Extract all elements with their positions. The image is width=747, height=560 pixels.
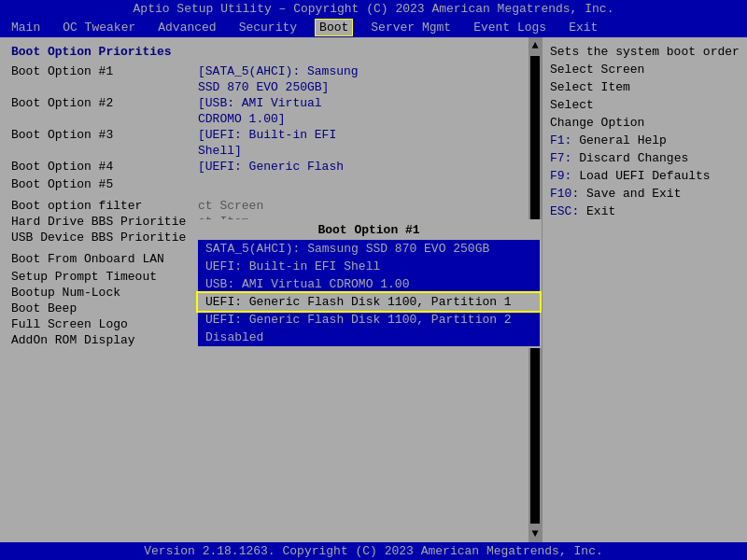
boot-row: Shell] (11, 144, 517, 158)
dropdown-item[interactable]: UEFI: Generic Flash Disk 1100, Partition… (198, 293, 540, 311)
boot-row: Boot Option #2[USB: AMI Virtual (11, 96, 517, 110)
menu-item-security[interactable]: Security (235, 20, 301, 35)
right-panel: Sets the system boot order Select Screen… (542, 37, 747, 542)
menu-item-main[interactable]: Main (7, 20, 44, 35)
dropdown-items: SATA_5(AHCI): Samsung SSD 870 EVO 250GBU… (198, 240, 540, 346)
key-help: Select Screen (550, 63, 740, 77)
dropdown-item[interactable]: Disabled (198, 329, 540, 346)
menu-item-server-mgmt[interactable]: Server Mgmt (367, 20, 455, 35)
section-header: Boot Option Priorities (11, 45, 517, 59)
scroll-down[interactable]: ▼ (531, 525, 538, 542)
key-help: F9: Load UEFI Defaults (550, 169, 740, 183)
key-help: ESC: Exit (550, 204, 740, 218)
boot-row: Boot option filterct Screen (11, 199, 517, 213)
menu-item-boot[interactable]: Boot (316, 20, 352, 35)
boot-value: [SATA_5(AHCI): Samsung (198, 64, 517, 78)
key-help: F10: Save and Exit (550, 187, 740, 201)
dropdown-item[interactable]: UEFI: Built-in EFI Shell (198, 258, 540, 275)
boot-label: Boot Option #1 (11, 64, 198, 78)
boot-row: CDROMO 1.00] (11, 112, 517, 126)
menu-bar: MainOC TweakerAdvancedSecurityBootServer… (0, 18, 747, 37)
key-help: F1: General Help (550, 133, 740, 147)
help-text: Sets the system boot order (550, 45, 740, 59)
boot-row: SSD 870 EVO 250GB] (11, 80, 517, 94)
status-text: Version 2.18.1263. Copyright (C) 2023 Am… (144, 544, 602, 558)
dropdown-overlay: Boot Option #1 SATA_5(AHCI): Samsung SSD… (196, 219, 542, 348)
key-help: Change Option (550, 116, 740, 130)
status-bar: Version 2.18.1263. Copyright (C) 2023 Am… (0, 542, 747, 560)
boot-row: Boot Option #3[UEFI: Built-in EFI (11, 128, 517, 142)
title-text: Aptio Setup Utility – Copyright (C) 2023… (134, 2, 614, 16)
key-help: F7: Discard Changes (550, 151, 740, 165)
boot-row: Boot Option #5 (11, 177, 517, 191)
menu-item-advanced[interactable]: Advanced (154, 20, 219, 35)
key-help: Select Item (550, 80, 740, 94)
boot-row: Boot Option #1[SATA_5(AHCI): Samsung (11, 64, 517, 78)
title-bar: Aptio Setup Utility – Copyright (C) 2023… (0, 0, 747, 18)
menu-item-exit[interactable]: Exit (565, 20, 601, 35)
dropdown-item[interactable]: UEFI: Generic Flash Disk 1100, Partition… (198, 311, 540, 329)
key-helps: Select ScreenSelect ItemSelectChange Opt… (550, 63, 740, 218)
key-help: Select (550, 98, 740, 112)
boot-row: Boot Option #4[UEFI: Generic Flash (11, 160, 517, 174)
menu-item-oc-tweaker[interactable]: OC Tweaker (59, 20, 139, 35)
dropdown-item[interactable]: USB: AMI Virtual CDROMO 1.00 (198, 275, 540, 293)
dropdown-item[interactable]: SATA_5(AHCI): Samsung SSD 870 EVO 250GB (198, 240, 540, 258)
menu-item-event-logs[interactable]: Event Logs (470, 20, 550, 35)
main-content: Boot Option Priorities Boot Option #1[SA… (0, 37, 747, 542)
dropdown-title: Boot Option #1 (198, 221, 540, 240)
scroll-up[interactable]: ▲ (531, 37, 538, 54)
